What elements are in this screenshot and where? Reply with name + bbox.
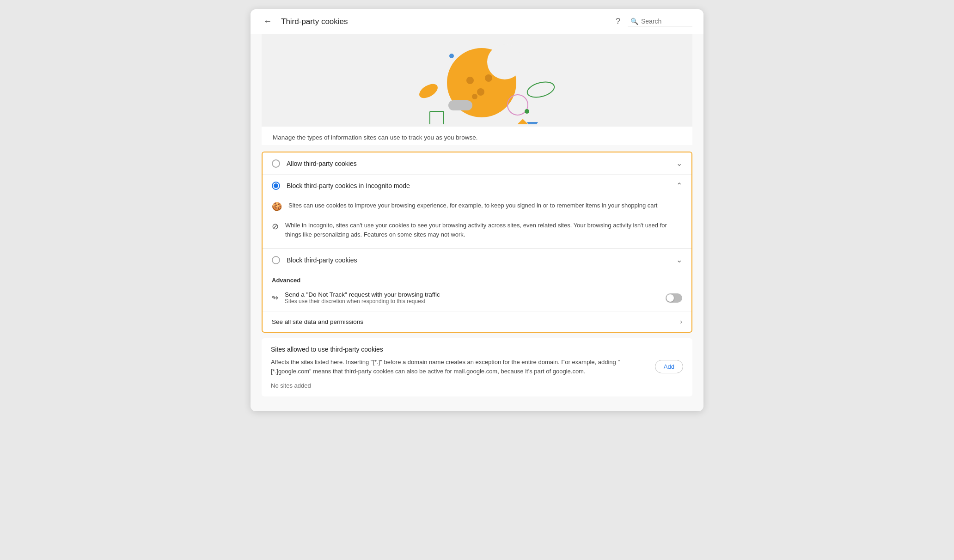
svg-rect-9 — [430, 111, 444, 124]
sites-allowed-desc-text: Affects the sites listed here. Inserting… — [271, 358, 648, 376]
svg-point-4 — [485, 74, 492, 82]
expanded-detail-2-text: While in Incognito, sites can't use your… — [285, 221, 682, 239]
help-icon[interactable]: ? — [616, 17, 620, 26]
see-all-site-data-row[interactable]: See all site data and permissions › — [263, 311, 691, 332]
do-not-track-subtitle: Sites use their discretion when respondi… — [285, 298, 659, 304]
block-incognito-radio[interactable] — [272, 182, 280, 190]
do-not-track-icon: ↬ — [272, 293, 278, 303]
browser-window: ← Third-party cookies ? 🔍 — [251, 9, 703, 411]
do-not-track-row: ↬ Send a "Do Not Track" request with you… — [272, 287, 682, 311]
hero-description-text: Manage the types of information sites ca… — [273, 134, 477, 141]
block-detail-icon: ⊘ — [272, 221, 279, 231]
toggle-track[interactable] — [666, 293, 682, 303]
do-not-track-title: Send a "Do Not Track" request with your … — [285, 291, 659, 298]
allow-cookies-option[interactable]: Allow third-party cookies ⌄ — [263, 152, 691, 175]
block-all-chevron-icon: ⌄ — [676, 256, 682, 264]
cookies-illustration — [361, 37, 593, 124]
advanced-label: Advanced — [272, 277, 682, 284]
expanded-section: 🍪 Sites can use cookies to improve your … — [263, 196, 691, 249]
svg-point-3 — [477, 88, 484, 96]
svg-rect-8 — [448, 100, 472, 110]
sites-allowed-section: Sites allowed to use third-party cookies… — [262, 338, 692, 396]
search-input[interactable] — [641, 18, 687, 25]
svg-point-6 — [417, 81, 440, 101]
block-all-option[interactable]: Block third-party cookies ⌄ — [263, 249, 691, 271]
svg-point-7 — [449, 54, 454, 58]
sites-allowed-title: Sites allowed to use third-party cookies — [271, 346, 683, 353]
options-panel: Allow third-party cookies ⌄ Block third-… — [262, 152, 692, 333]
expanded-detail-1: 🍪 Sites can use cookies to improve your … — [272, 196, 682, 216]
do-not-track-text-wrap: Send a "Do Not Track" request with your … — [285, 291, 659, 304]
see-all-chevron-right-icon: › — [680, 318, 682, 325]
radio-inner-dot — [274, 183, 278, 188]
block-all-label: Block third-party cookies — [287, 256, 676, 264]
svg-point-12 — [526, 79, 556, 100]
back-button[interactable]: ← — [262, 15, 274, 28]
block-incognito-label: Block third-party cookies in Incognito m… — [287, 182, 676, 189]
advanced-section: Advanced ↬ Send a "Do Not Track" request… — [263, 271, 691, 311]
cookie-detail-icon: 🍪 — [272, 201, 282, 212]
search-icon: 🔍 — [630, 18, 638, 25]
see-all-label: See all site data and permissions — [272, 318, 680, 325]
sites-allowed-desc-row: Affects the sites listed here. Inserting… — [271, 358, 683, 376]
page-title: Third-party cookies — [281, 17, 608, 26]
page-content: Manage the types of information sites ca… — [251, 34, 703, 411]
toggle-knob — [667, 294, 674, 302]
page-header: ← Third-party cookies ? 🔍 — [251, 9, 703, 34]
svg-rect-13 — [517, 119, 528, 124]
block-all-radio[interactable] — [272, 256, 280, 264]
no-sites-text: No sites added — [271, 382, 683, 389]
allow-radio[interactable] — [272, 159, 280, 168]
block-incognito-chevron-icon: ⌃ — [676, 181, 682, 190]
svg-point-1 — [487, 44, 522, 79]
svg-point-5 — [472, 94, 477, 99]
do-not-track-toggle[interactable] — [666, 293, 682, 303]
svg-point-2 — [466, 77, 474, 84]
svg-point-11 — [525, 109, 529, 114]
search-box: 🔍 — [628, 17, 692, 26]
svg-marker-14 — [527, 122, 538, 124]
hero-illustration — [262, 34, 692, 127]
expanded-detail-2: ⊘ While in Incognito, sites can't use yo… — [272, 216, 682, 243]
add-site-button[interactable]: Add — [655, 360, 683, 373]
allow-chevron-icon: ⌄ — [676, 159, 682, 168]
description-text: Manage the types of information sites ca… — [262, 127, 692, 146]
back-arrow-icon: ← — [263, 17, 272, 26]
block-incognito-option[interactable]: Block third-party cookies in Incognito m… — [263, 175, 691, 196]
expanded-detail-1-text: Sites can use cookies to improve your br… — [288, 201, 657, 210]
allow-cookies-label: Allow third-party cookies — [287, 160, 676, 167]
